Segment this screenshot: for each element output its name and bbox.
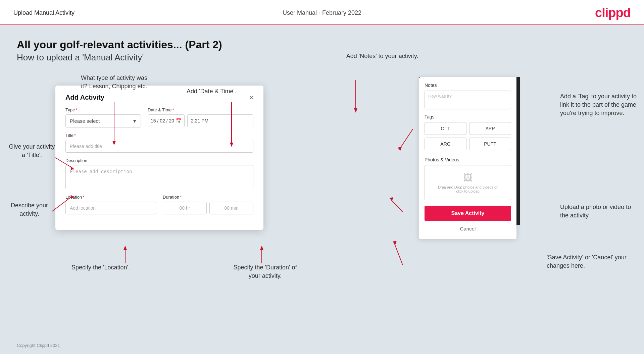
phone-right-border — [516, 77, 520, 225]
duration-hr-input[interactable] — [163, 202, 207, 214]
cancel-button[interactable]: Cancel — [425, 224, 511, 234]
datetime-label: Date & Time* — [148, 107, 253, 112]
tag-app[interactable]: APP — [469, 122, 511, 135]
form-row-location-duration: Location* Duration* — [65, 195, 253, 214]
photos-label: Photos & Videos — [425, 157, 511, 162]
svg-line-18 — [394, 243, 403, 265]
top-bar: Upload Manual Activity User Manual - Feb… — [0, 0, 644, 25]
copyright: Copyright Clippd 2021 — [17, 343, 60, 348]
tags-grid: OTT APP ARG PUTT — [425, 122, 511, 150]
form-row-type-datetime: Type* Please select ▼ Date & Time* 📅 — [65, 107, 253, 127]
photos-section: Photos & Videos 🖼 Drag and Drop photos a… — [419, 157, 516, 204]
annot-save-cancel: 'Save Activity' or 'Cancel' your changes… — [547, 253, 637, 270]
modal-close-button[interactable]: × — [249, 94, 253, 101]
annot-date-time: Add 'Date & Time'. — [178, 87, 245, 96]
annot-location: Specify the 'Location'. — [67, 263, 134, 272]
title-input[interactable] — [65, 140, 253, 153]
main-content: All your golf-relevant activities... (Pa… — [0, 25, 644, 354]
tag-putt[interactable]: PUTT — [469, 138, 511, 150]
title-label: Title* — [65, 133, 253, 138]
date-input-wrapper: 📅 — [148, 114, 185, 127]
duration-inputs — [163, 202, 253, 214]
svg-marker-15 — [398, 147, 402, 151]
time-input[interactable] — [191, 118, 250, 123]
form-group-duration: Duration* — [163, 195, 253, 214]
svg-marker-17 — [389, 197, 393, 201]
tags-section: Tags OTT APP ARG PUTT — [419, 114, 516, 154]
duration-label: Duration* — [163, 195, 253, 200]
tag-arg[interactable]: ARG — [425, 138, 466, 150]
annot-duration: Specify the 'Duration' of your activity. — [228, 263, 302, 280]
form-group-location: Location* — [65, 195, 156, 214]
location-label: Location* — [65, 195, 156, 200]
annot-notes: Add 'Notes' to your activity. — [345, 52, 419, 60]
annot-give-title: Give your activity a 'Title'. — [7, 143, 57, 159]
modal-title: Add Activity — [65, 94, 104, 101]
photos-dropzone[interactable]: 🖼 Drag and Drop photos and videos orclic… — [425, 165, 511, 200]
calendar-icon[interactable]: 📅 — [176, 118, 182, 123]
logo: clippd — [595, 6, 631, 20]
type-label: Type* — [65, 107, 141, 112]
svg-marker-13 — [354, 108, 357, 113]
annot-describe: Describe your activity. — [5, 201, 54, 218]
save-activity-button[interactable]: Save Activity — [425, 206, 511, 221]
duration-min-input[interactable] — [209, 202, 253, 214]
notes-label: Notes — [425, 83, 511, 88]
add-activity-modal: Add Activity × Type* Please select ▼ Dat… — [55, 86, 263, 230]
datetime-inputs: 📅 — [148, 114, 253, 127]
manual-title: User Manual - February 2022 — [283, 9, 361, 16]
form-group-title: Title* — [65, 133, 253, 153]
type-select-wrapper[interactable]: Please select ▼ — [65, 114, 141, 127]
page-subtitle: How to upload a 'Manual Activity' — [17, 52, 627, 63]
tag-ott[interactable]: OTT — [425, 122, 466, 135]
svg-line-16 — [391, 200, 403, 212]
location-input[interactable] — [65, 202, 156, 214]
annot-upload: Upload a photo or video to the activity. — [560, 203, 637, 220]
form-group-datetime: Date & Time* 📅 — [148, 107, 253, 127]
photos-hint: Drag and Drop photos and videos orclick … — [428, 185, 507, 193]
notes-textarea[interactable] — [425, 91, 511, 109]
svg-marker-19 — [393, 241, 397, 245]
type-select[interactable]: Please select — [65, 114, 141, 127]
svg-marker-11 — [260, 246, 263, 250]
description-textarea[interactable] — [65, 165, 253, 189]
image-icon: 🖼 — [428, 172, 507, 183]
time-input-wrapper — [187, 114, 253, 127]
date-input[interactable] — [151, 118, 174, 123]
annot-what-type: What type of activity was it? Lesson, Ch… — [77, 74, 151, 91]
annot-tag: Add a 'Tag' to your activity to link it … — [560, 92, 637, 118]
svg-line-14 — [399, 129, 413, 149]
form-group-description: Description — [65, 158, 253, 189]
page-heading: Upload Manual Activity — [13, 9, 75, 16]
svg-marker-9 — [123, 246, 127, 250]
description-label: Description — [65, 158, 253, 163]
page-title: All your golf-relevant activities... (Pa… — [17, 39, 627, 51]
phone-panel: Notes Tags OTT APP ARG PUTT Photos & Vid… — [419, 77, 516, 239]
tags-label: Tags — [425, 114, 511, 119]
notes-section: Notes — [419, 77, 516, 114]
form-group-type: Type* Please select ▼ — [65, 107, 141, 127]
